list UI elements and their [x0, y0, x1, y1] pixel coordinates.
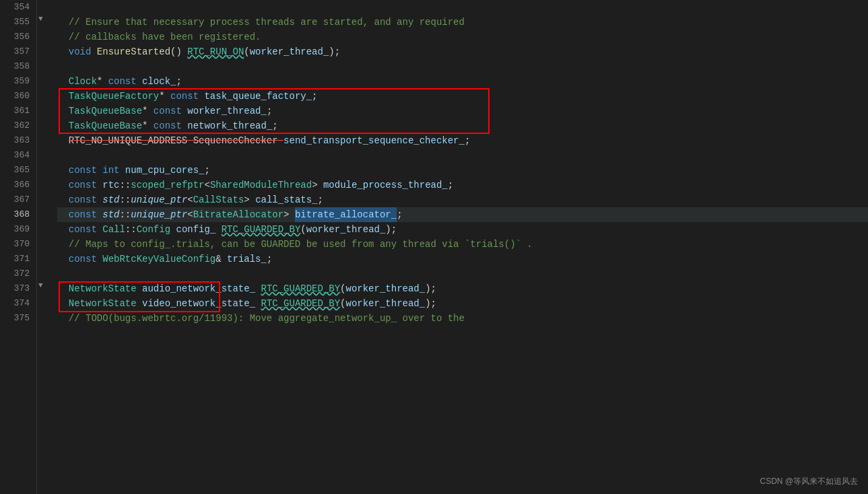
code-area[interactable]: ▼ ▼ // Ensure that necessary process thr… — [37, 0, 868, 494]
code-line-365: const int num_cpu_cores_; — [57, 163, 868, 178]
code-comment-356: // — [57, 30, 86, 44]
code-line-364 — [57, 148, 868, 163]
line-num-360: 360 — [0, 89, 30, 104]
code-line-368: const std::unique_ptr<BitrateAllocator> … — [57, 207, 868, 222]
code-line-361: TaskQueueBase* const worker_thread_; — [57, 104, 868, 118]
code-comment-356b: callbacks — [86, 30, 137, 44]
line-num-370: 370 — [0, 237, 30, 252]
code-line-359: Clock* const clock_; — [57, 74, 868, 89]
code-line-363: RTC_NO_UNIQUE_ADDRESS SequenceChecker se… — [57, 133, 868, 148]
line-num-369: 369 — [0, 222, 30, 237]
line-num-373: 373 — [0, 281, 30, 296]
line-num-355: 355 — [0, 15, 30, 30]
line-num-359: 359 — [0, 74, 30, 89]
code-comment-355c: any required — [391, 15, 465, 30]
code-comment-355b: and — [374, 15, 391, 30]
line-num-368: 368 — [0, 207, 30, 222]
line-num-356: 356 — [0, 30, 30, 44]
line-num-365: 365 — [0, 163, 30, 178]
line-num-374: 374 — [0, 296, 30, 311]
code-line-373: NetworkState audio_network_state_ RTC_GU… — [57, 281, 868, 296]
code-line-362: TaskQueueBase* const network_thread_; — [57, 118, 868, 133]
code-line-360: TaskQueueFactory* const task_queue_facto… — [57, 89, 868, 104]
editor-container: 354 355 356 357 358 359 360 361 362 363 … — [0, 0, 868, 494]
line-num-367: 367 — [0, 192, 30, 207]
code-line-355: // Ensure that necessary process threads… — [57, 15, 868, 30]
code-comment-356c: have been registered. — [137, 30, 261, 44]
line-num-372: 372 — [0, 267, 30, 281]
code-line-367: const std::unique_ptr<CallStats> call_st… — [57, 192, 868, 207]
code-line-358 — [57, 59, 868, 74]
code-line-371: const WebRtcKeyValueConfig& trials_; — [57, 252, 868, 267]
line-num-371: 371 — [0, 252, 30, 267]
line-num-366: 366 — [0, 178, 30, 192]
code-line-356: // callbacks have been registered. — [57, 30, 868, 44]
code-line-370: // Maps to config_.trials, can be GUARDE… — [57, 237, 868, 252]
code-line-366: const rtc::scoped_refptr<SharedModuleThr… — [57, 178, 868, 192]
code-comment-355: // Ensure that necessary process threads… — [57, 15, 374, 30]
line-num-375: 375 — [0, 311, 30, 326]
code-line-374: NetworkState video_network_state_ RTC_GU… — [57, 296, 868, 311]
guarded-be-used: GUARDED be used — [261, 237, 345, 252]
line-num-357: 357 — [0, 44, 30, 59]
line-num-361: 361 — [0, 104, 30, 118]
line-num-354: 354 — [0, 0, 30, 15]
fold-arrow-355[interactable]: ▼ — [38, 15, 43, 23]
code-line-375: // TODO(bugs.webrtc.org/11993): Move agg… — [57, 311, 868, 326]
line-num-364: 364 — [0, 148, 30, 163]
line-numbers: 354 355 356 357 358 359 360 361 362 363 … — [0, 0, 37, 494]
line-num-363: 363 — [0, 133, 30, 148]
watermark: CSDN @等风来不如追风去 — [760, 476, 858, 487]
code-line-354 — [57, 0, 868, 15]
fold-arrow-373[interactable]: ▼ — [38, 281, 43, 289]
line-num-362: 362 — [0, 118, 30, 133]
code-line-357: void EnsureStarted() RTC_RUN_ON(worker_t… — [57, 44, 868, 59]
code-line-369: const Call::Config config_ RTC_GUARDED_B… — [57, 222, 868, 237]
code-line-372 — [57, 267, 868, 281]
line-num-358: 358 — [0, 59, 30, 74]
